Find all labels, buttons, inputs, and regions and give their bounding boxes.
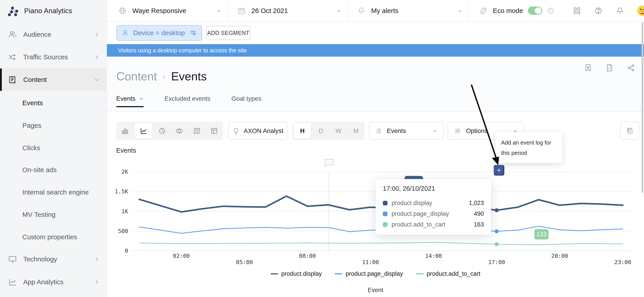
tooltip-row-label: product.add_to_cart bbox=[392, 221, 470, 228]
add-segment-button[interactable]: ADD SEGMENT bbox=[206, 26, 250, 40]
series-swatch bbox=[383, 201, 388, 205]
segment-chip[interactable]: Device = desktop bbox=[116, 25, 202, 41]
page-header: D Content › Events Events Excluded event… bbox=[107, 57, 644, 112]
legend-label: product.display bbox=[281, 270, 322, 277]
sidebar-item-content[interactable]: Content bbox=[0, 69, 107, 91]
svg-text:05:00: 05:00 bbox=[236, 259, 253, 265]
sidebar-subitem-pages[interactable]: Pages bbox=[22, 122, 41, 129]
granularity-month-button[interactable]: M bbox=[347, 122, 365, 140]
sidebar-item-technology[interactable]: Technology bbox=[0, 248, 107, 270]
breadcrumb-parent[interactable]: Content bbox=[116, 70, 157, 83]
sidebar-subitem-events[interactable]: Events bbox=[22, 99, 43, 107]
sidebar-subitem-mv-testing[interactable]: MV Testing bbox=[22, 211, 56, 218]
content-icon bbox=[8, 75, 18, 84]
alerts-label: My alerts bbox=[371, 7, 398, 15]
sidebar-item-app-analytics[interactable]: App Analytics bbox=[0, 271, 107, 293]
svg-text:17:00: 17:00 bbox=[488, 259, 505, 265]
chevron-down-icon bbox=[432, 128, 438, 134]
alerts-selector[interactable]: My alerts bbox=[357, 0, 462, 21]
sidebar-item-traffic-sources[interactable]: Traffic Sources bbox=[0, 46, 107, 68]
sidebar-subitem-custom-properties[interactable]: Custom properties bbox=[22, 233, 77, 241]
segment-description-banner: Visitors using a desktop computer to acc… bbox=[107, 44, 644, 57]
events-chart[interactable]: 2K1.5K1K500002:0005:0008:0011:0014:0017:… bbox=[107, 154, 644, 270]
add-event-log-button[interactable]: + bbox=[494, 165, 504, 175]
tab-label: Events bbox=[116, 95, 136, 102]
x-axis-title: Event bbox=[107, 287, 644, 294]
info-icon[interactable] bbox=[547, 8, 554, 14]
granularity-hour-button[interactable]: H bbox=[294, 123, 311, 139]
site-name: Waye Responsive bbox=[132, 7, 186, 15]
header-actions: D bbox=[584, 64, 635, 72]
duplicate-view-button[interactable] bbox=[620, 122, 639, 140]
pie-chart-type-button[interactable] bbox=[154, 122, 171, 140]
list-icon bbox=[375, 127, 382, 135]
map-chart-type-button[interactable] bbox=[188, 122, 206, 140]
eco-mode-toggle[interactable] bbox=[528, 7, 542, 15]
topbar-divider bbox=[228, 0, 228, 21]
tab-goal-types[interactable]: Goal types bbox=[232, 95, 262, 107]
venn-chart-type-button[interactable] bbox=[170, 122, 188, 140]
tab-label: Excluded events bbox=[164, 95, 210, 102]
legend-label: product.page_display bbox=[346, 270, 403, 277]
eco-mode-section: Eco mode bbox=[479, 0, 554, 21]
legend-item-product-display[interactable]: product.display bbox=[270, 270, 322, 277]
legend-item-product-page-display[interactable]: product.page_display bbox=[335, 270, 403, 277]
eco-mode-label: Eco mode bbox=[493, 7, 523, 15]
shuffle-icon bbox=[8, 53, 18, 62]
tab-events[interactable]: Events bbox=[116, 95, 144, 107]
metric-select[interactable]: Events bbox=[369, 122, 444, 140]
monitor-icon bbox=[8, 255, 18, 264]
segment-settings-icon[interactable] bbox=[189, 29, 197, 37]
granularity-day-button[interactable]: D bbox=[312, 122, 330, 140]
app-title: Piano Analytics bbox=[24, 7, 72, 15]
tab-label: Goal types bbox=[232, 95, 262, 102]
user-avatar[interactable] bbox=[637, 6, 644, 16]
table-chart-type-button[interactable] bbox=[206, 122, 223, 140]
audience-icon bbox=[8, 30, 18, 39]
granularity-week-button[interactable]: W bbox=[330, 122, 347, 140]
bookmark-star-icon[interactable] bbox=[584, 64, 592, 72]
sidebar-item-label: Content bbox=[23, 76, 94, 84]
date-value: 26 Oct 2021 bbox=[251, 7, 288, 15]
sidebar-subitem-clicks[interactable]: Clicks bbox=[22, 144, 40, 152]
svg-text:14:00: 14:00 bbox=[425, 253, 442, 259]
globe-icon bbox=[118, 7, 126, 15]
help-icon[interactable] bbox=[594, 7, 602, 15]
svg-text:1K: 1K bbox=[122, 208, 128, 215]
chevron-right-icon bbox=[94, 55, 99, 60]
gear-icon bbox=[454, 127, 462, 135]
segment-row: Device = desktop ADD SEGMENT bbox=[107, 22, 644, 44]
app-logo[interactable]: Piano Analytics bbox=[6, 5, 72, 18]
notifications-bell-icon[interactable] bbox=[616, 7, 624, 15]
share-icon[interactable] bbox=[627, 64, 635, 72]
date-selector[interactable]: 26 Oct 2021 bbox=[238, 0, 342, 21]
tooltip-title: 17:00, 26/10/2021 bbox=[383, 185, 484, 192]
axon-analyst-button[interactable]: AXON Analyst bbox=[228, 122, 288, 140]
toggle-knob bbox=[535, 8, 541, 14]
sidebar-subitem-onsite-ads[interactable]: On-site ads bbox=[22, 166, 56, 174]
sidebar-item-audience[interactable]: Audience bbox=[0, 23, 107, 46]
breadcrumb: Content › Events bbox=[116, 70, 206, 83]
svg-text:500: 500 bbox=[118, 228, 128, 234]
chevron-right-icon bbox=[94, 279, 99, 284]
vertical-scrollbar[interactable] bbox=[642, 22, 643, 193]
tab-bar: Events Excluded events Goal types bbox=[116, 95, 262, 107]
chart-legend: product.display product.page_display pro… bbox=[107, 270, 644, 277]
segment-description-text: Visitors using a desktop computer to acc… bbox=[118, 47, 247, 54]
chevron-down-icon bbox=[216, 8, 222, 14]
legend-swatch bbox=[270, 273, 278, 274]
legend-item-product-add-to-cart[interactable]: product.add_to_cart bbox=[416, 270, 480, 277]
metric-select-value: Events bbox=[387, 127, 406, 135]
document-export-icon[interactable]: D bbox=[606, 64, 614, 72]
site-selector[interactable]: Waye Responsive bbox=[118, 0, 222, 21]
line-chart-type-button[interactable] bbox=[135, 123, 152, 139]
tab-excluded-events[interactable]: Excluded events bbox=[164, 95, 210, 107]
tooltip-row-label: product.display bbox=[392, 200, 465, 207]
bar-chart-type-button[interactable] bbox=[116, 122, 134, 140]
svg-text:02:00: 02:00 bbox=[173, 253, 190, 259]
apps-grid-icon[interactable] bbox=[573, 7, 581, 15]
tooltip-row-label: product.page_display bbox=[392, 210, 470, 217]
sidebar-subitem-internal-search[interactable]: Internal search engine bbox=[22, 188, 89, 196]
person-icon bbox=[122, 29, 129, 37]
legend-swatch bbox=[335, 273, 342, 274]
